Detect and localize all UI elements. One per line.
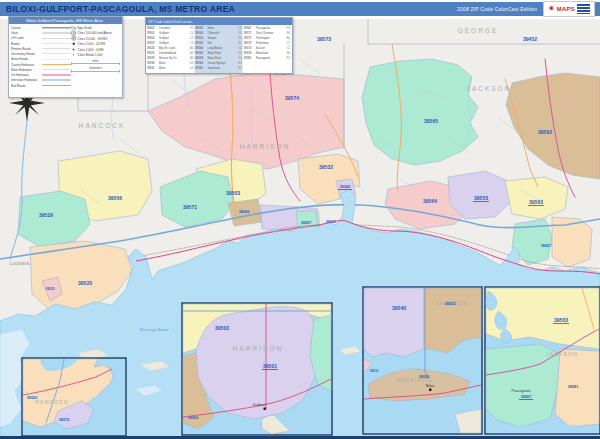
county-label-jackson: JACKSON [467, 85, 512, 92]
zip-grid-ref: C4 [187, 30, 193, 35]
legend-line-items: CountyStateZIP CodeRoadsPrimary RoadsSec… [9, 25, 71, 97]
zip-label: 39556 [108, 195, 122, 201]
legend-city-label: Cities 100,000 and Above [78, 31, 112, 34]
zip-index-title: ZIP Code Index/Grid Locator [146, 18, 292, 25]
zip-label: 39567 [541, 244, 552, 248]
zip-index-row: 39556KilnB3 [195, 40, 241, 45]
zip-label: 39562 [538, 129, 552, 135]
zip-index-row: 39574SaucierC2 [244, 45, 290, 50]
zip-place: Stennis Sp Ctr [159, 55, 187, 60]
zip-place: Gulfport [159, 30, 187, 35]
legend-swatch [42, 54, 71, 55]
water-label: Mississippi Sound [140, 328, 170, 332]
zip-place: Biloxi [159, 65, 187, 70]
zip-index-row: 39529Stennis Sp CtrA4 [147, 55, 193, 60]
zip-label: 39531 [370, 369, 379, 373]
zip-index-row: 39525DiamondheadB4 [147, 50, 193, 55]
region-39565 [362, 59, 478, 165]
zip-index-panel: ZIP Code Index/Grid Locator 39452Lucedal… [145, 17, 293, 74]
zip-underline [519, 399, 533, 400]
zip-index-row: 39520Bay St. LouisA4 [147, 45, 193, 50]
zip-code: 39581 [244, 55, 256, 60]
zip-grid-ref: A4 [187, 55, 193, 60]
title-bar: BILOXI-GULFPORT-PASCAGOULA, MS METRO ARE… [0, 2, 600, 16]
zip-grid-ref: E3 [236, 65, 242, 70]
zip-code: 39571 [244, 30, 256, 35]
zip-code: 39530 [147, 60, 159, 65]
zip-grid-ref: F4 [284, 55, 290, 60]
zip-index-row: 39565VancleaveE3 [195, 65, 241, 70]
scale-bar-kilometers: kilometers [71, 67, 120, 73]
zip-code: 39576 [244, 50, 256, 55]
zip-grid-ref: F3 [236, 50, 242, 55]
legend-item-label: US Highways [11, 73, 42, 76]
zip-code: 39572 [244, 35, 256, 40]
zip-index-column: 39452LucedaleF139501GulfportC439503Gulfp… [146, 25, 194, 73]
scale-bar-miles: miles [71, 59, 120, 65]
zip-label: 39560 [239, 210, 250, 214]
legend-scale-bars: mileskilometers [71, 59, 120, 73]
county-label-harrison: HARRISON [240, 143, 290, 150]
inset2-city-marker [264, 408, 267, 411]
zip-grid-ref: F4 [236, 55, 242, 60]
zip-grid-ref: C4 [236, 45, 242, 50]
zip-underline [338, 189, 352, 190]
zip-label: 39540 [392, 305, 406, 311]
zip-grid-ref: D4 [187, 60, 193, 65]
zip-grid-ref: B4 [284, 30, 290, 35]
zip-label: 39529 [39, 212, 53, 218]
zip-code: 39573 [244, 40, 256, 45]
zip-code: 39520 [147, 45, 159, 50]
inset3-region-39540 [364, 288, 424, 357]
zip-place: Bay St. Louis [159, 45, 187, 50]
zip-code: 39529 [147, 55, 159, 60]
county-label-george: GEORGE [458, 27, 499, 34]
legend-item-label: State [11, 31, 42, 34]
zip-code: 39564 [195, 60, 207, 65]
legend-swatch [42, 38, 71, 39]
inset4-county-label: JACKSON [546, 351, 578, 357]
zip-code: 39563 [195, 55, 207, 60]
zip-label: 39520 [78, 280, 92, 286]
zip-label: 39532 [445, 302, 456, 306]
zip-place: Biloxi [207, 25, 235, 30]
zip-place: Saucier [256, 45, 284, 50]
zip-label: 39571 [183, 204, 197, 210]
legend-item-label: Roads [11, 42, 42, 45]
zip-code: 39503 [147, 35, 159, 40]
marketmaps-logo: ✷ MAPS [543, 1, 595, 17]
zip-index-header: ZIP Code Index/Grid Locator [146, 18, 292, 25]
zip-label: 39520 [27, 396, 38, 400]
zip-code: 39501 [147, 30, 159, 35]
zip-grid-ref: B4 [284, 50, 290, 55]
bullseye-icon [71, 36, 76, 41]
legend-item-label: ZIP Code [11, 37, 42, 40]
zip-index-row: 39530BiloxiD4 [147, 60, 193, 65]
legend-item-label: State Highways [11, 68, 42, 71]
zip-code: 39532 [195, 25, 207, 30]
dot-medium-icon [71, 48, 76, 50]
zip-label: 39567 [521, 395, 532, 399]
zip-label: 39553 [474, 195, 488, 201]
zip-code: 39531 [147, 65, 159, 70]
zip-label: 39507 [301, 221, 312, 225]
zip-label: 39560 [188, 416, 199, 420]
zip-grid-ref: C3 [187, 35, 193, 40]
zip-index-row: 39531BiloxiD4 [147, 65, 193, 70]
zip-grid-ref: A4 [187, 45, 193, 50]
legend-swatch [42, 48, 71, 49]
inset-pascagoula: 39563 JACKSON Pascagoula 39567 39581 [485, 287, 600, 434]
zip-index-row: 39452LucedaleF1 [147, 25, 193, 30]
zip-index-row: 39562Moss PointF3 [195, 50, 241, 55]
zip-place: Perkinston [256, 40, 284, 45]
legend-city-items: ★Cities 100,000 and AboveCities 25,000 -… [71, 30, 120, 58]
legend-body: CountyStateZIP CodeRoadsPrimary RoadsSec… [9, 24, 122, 97]
zip-index-row: 39563Moss PointF4 [195, 55, 241, 60]
zip-place: Long Beach [207, 45, 235, 50]
zip-index-row: 39564Ocean SpringsE4 [195, 60, 241, 65]
scale-line [71, 63, 120, 66]
zip-place: Gautier [207, 35, 235, 40]
inset3-city-label: Biloxi [426, 384, 435, 388]
inset-gulfport: 39503 HARRISON 39501 Gulfport 39560 [182, 303, 332, 435]
legend-swatch [42, 59, 71, 60]
